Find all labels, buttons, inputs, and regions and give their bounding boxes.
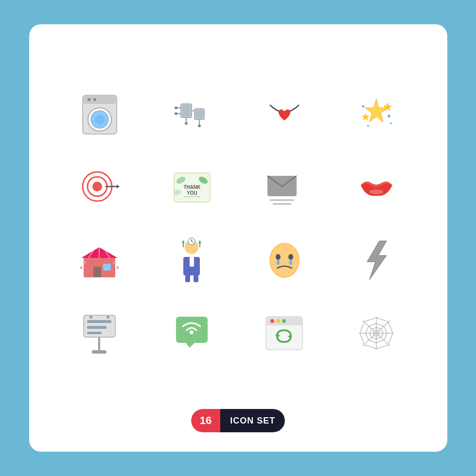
circuit-board-icon [168, 90, 216, 139]
svg-rect-74 [87, 332, 102, 334]
svg-rect-8 [182, 105, 191, 117]
icon-cell-lips [335, 158, 418, 217]
svg-point-49 [83, 261, 86, 264]
svg-point-26 [367, 125, 369, 127]
svg-point-13 [185, 122, 188, 125]
svg-point-23 [388, 115, 390, 118]
billboard-icon [75, 309, 124, 357]
svg-rect-55 [190, 257, 194, 267]
target-goal-icon [75, 163, 124, 212]
icon-grid: THANK YOU [58, 49, 418, 399]
heart-necklace-icon [260, 90, 309, 139]
svg-point-85 [282, 319, 286, 323]
svg-point-51 [80, 267, 83, 269]
icon-cell-browser-refresh [243, 304, 326, 362]
svg-point-6 [95, 115, 105, 124]
svg-point-2 [88, 98, 90, 101]
svg-rect-76 [92, 350, 106, 354]
time-management-icon [168, 236, 216, 285]
svg-point-65 [270, 243, 299, 277]
svg-rect-44 [93, 267, 101, 277]
svg-rect-45 [103, 264, 111, 271]
spider-web-icon [353, 309, 401, 357]
icon-cell-store [58, 231, 141, 289]
main-card: THANK YOU [29, 24, 447, 452]
svg-point-25 [390, 122, 392, 124]
svg-point-78 [106, 316, 109, 319]
svg-marker-60 [182, 240, 185, 243]
svg-point-29 [92, 182, 102, 191]
icon-cell-time-management [151, 231, 233, 289]
icon-cell-target [58, 158, 141, 217]
icon-cell-spider-web [335, 304, 418, 362]
badge-text: ICON SET [220, 409, 285, 432]
stars-decoration-icon [353, 90, 401, 139]
svg-text:YOU: YOU [187, 190, 197, 196]
svg-marker-20 [365, 99, 388, 122]
thank-you-card-icon: THANK YOU [168, 163, 216, 212]
icon-cell-lightning [335, 231, 418, 289]
svg-text:THANK: THANK [183, 185, 201, 190]
svg-rect-63 [185, 274, 190, 282]
icon-cell-billboard [58, 304, 141, 362]
svg-point-19 [175, 112, 177, 115]
sad-mask-icon [260, 236, 309, 285]
washing-machine-icon [75, 90, 124, 139]
svg-point-84 [276, 319, 280, 323]
svg-point-15 [198, 124, 201, 127]
svg-marker-70 [367, 241, 387, 280]
email-message-icon [260, 163, 309, 212]
svg-rect-10 [195, 110, 203, 119]
svg-point-3 [93, 98, 96, 101]
badge-number: 16 [191, 409, 220, 432]
lightning-bolt-icon [353, 236, 401, 285]
svg-point-77 [89, 316, 92, 319]
icon-cell-circuit-board [151, 85, 233, 144]
svg-point-66 [276, 254, 281, 260]
icon-cell-wifi-chat [151, 304, 233, 362]
svg-rect-73 [87, 326, 106, 329]
svg-marker-31 [117, 185, 120, 188]
wifi-chat-icon [168, 309, 216, 357]
svg-point-52 [117, 267, 119, 269]
lips-icon [353, 163, 401, 212]
browser-refresh-icon [260, 309, 309, 357]
icon-cell-washing-machine [58, 85, 141, 144]
icon-cell-email [243, 158, 326, 217]
icon-cell-thank-you: THANK YOU [151, 158, 233, 217]
store-shop-icon [75, 236, 124, 285]
svg-point-17 [175, 106, 177, 109]
icon-count-badge: 16 ICON SET [191, 409, 285, 432]
svg-marker-62 [198, 240, 201, 243]
svg-point-50 [113, 261, 116, 264]
icon-cell-heart-necklace [243, 85, 326, 144]
svg-rect-64 [194, 274, 198, 282]
icon-cell-sad-mask [243, 231, 326, 289]
svg-marker-22 [362, 114, 369, 120]
svg-point-83 [270, 319, 274, 323]
svg-point-24 [362, 105, 365, 107]
svg-rect-72 [87, 320, 111, 323]
svg-point-42 [370, 189, 383, 194]
svg-point-67 [288, 254, 293, 260]
icon-cell-stars [335, 85, 418, 144]
svg-point-79 [190, 330, 194, 334]
